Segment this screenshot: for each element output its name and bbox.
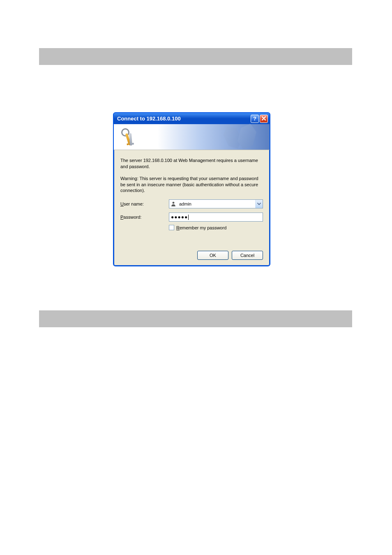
password-input[interactable]: ●●●●●	[169, 213, 263, 222]
username-row: User name: admin	[120, 199, 263, 208]
chevron-down-icon	[257, 203, 261, 205]
dialog-banner	[114, 124, 270, 150]
password-row: Password: ●●●●●	[120, 213, 263, 222]
cancel-button[interactable]: Cancel	[232, 251, 263, 260]
remember-checkbox[interactable]	[169, 225, 174, 230]
titlebar[interactable]: Connect to 192.168.0.100 ?	[114, 113, 270, 124]
help-button[interactable]: ?	[251, 115, 259, 123]
ok-button[interactable]: OK	[197, 251, 228, 260]
dialog-body: The server 192.168.0.100 at Web Manageme…	[114, 150, 270, 266]
combobox-dropdown-button[interactable]	[255, 200, 263, 208]
remember-row: Remember my password	[169, 225, 263, 230]
close-icon	[262, 116, 266, 122]
password-label: Password:	[120, 215, 169, 220]
username-combobox[interactable]: admin	[169, 199, 263, 208]
username-label: User name:	[120, 201, 169, 206]
form: User name: admin	[120, 199, 263, 260]
remember-label: Remember my password	[176, 225, 226, 230]
close-button[interactable]	[260, 115, 268, 123]
window-title: Connect to 192.168.0.100	[117, 116, 250, 122]
password-masked-value: ●●●●●	[171, 214, 188, 220]
user-icon	[170, 201, 177, 207]
decorative-bar-top	[39, 48, 352, 65]
text-caret	[188, 215, 189, 220]
svg-point-0	[173, 202, 175, 204]
warning-message: Warning: This server is requesting that …	[120, 176, 263, 194]
server-message: The server 192.168.0.100 at Web Manageme…	[120, 157, 263, 170]
username-value: admin	[178, 201, 255, 206]
banner-ghost-keys-icon	[218, 126, 263, 149]
dialog-buttons: OK Cancel	[120, 251, 263, 260]
help-icon: ?	[253, 116, 256, 122]
decorative-bar-bottom	[39, 310, 352, 327]
auth-dialog: Connect to 192.168.0.100 ? The server 19…	[113, 112, 270, 266]
keys-icon	[120, 127, 140, 147]
